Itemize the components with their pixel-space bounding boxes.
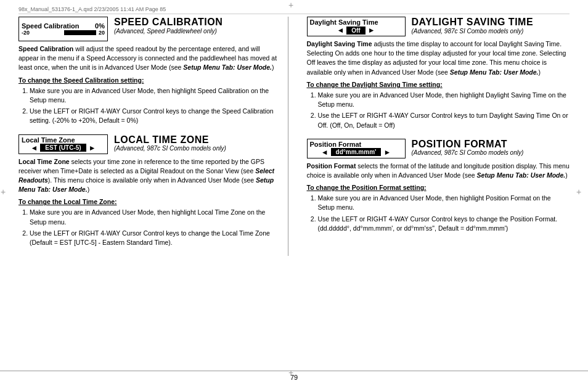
local-time-zone-label: Local Time Zone (22, 136, 75, 144)
daylight-saving-step1: Make sure you are in Advanced User Mode,… (318, 91, 570, 109)
speed-calibration-step1: Make sure you are in Advanced User Mode,… (30, 86, 282, 105)
local-time-zone-subtitle: (Advanced, 987c SI Combo models only) (114, 145, 282, 152)
daylight-saving-step2: Use the LEFT or RIGHT 4-WAY Cursor Contr… (318, 111, 570, 129)
speed-calibration-subtitle: (Advanced, Speed Paddlewheel only) (114, 28, 282, 35)
speed-calibration-title-area: SPEED CALIBRATION (Advanced, Speed Paddl… (114, 17, 282, 35)
daylight-saving-title-area: DAYLIGHT SAVING TIME (Advanced, 987c SI … (412, 17, 570, 35)
reg-mark-left (2, 189, 10, 197)
position-format-widget[interactable]: Position Format ◄ dd°mm.mmm' ► (307, 139, 406, 158)
left-column: Speed Calibration 0% -20 20 (18, 17, 288, 256)
daylight-saving-left-arrow[interactable]: ◄ (337, 26, 344, 35)
local-time-zone-header: Local Time Zone ◄ EST (UTC-5) ► LOCAL TI… (18, 134, 282, 154)
right-column: Daylight Saving Time ◄ Off ► DAYLIGHT SA… (301, 17, 570, 256)
daylight-saving-value-row: ◄ Off ► (337, 26, 375, 35)
local-time-zone-steps: Make sure you are in Advanced User Mode,… (30, 208, 282, 247)
position-format-section: Position Format ◄ dd°mm.mmm' ► POSITION … (307, 139, 570, 233)
local-time-zone-title: LOCAL TIME ZONE (114, 134, 282, 146)
position-format-left-arrow[interactable]: ◄ (321, 148, 329, 157)
page-number: 79 (290, 374, 298, 381)
speed-calibration-header: Speed Calibration 0% -20 20 (18, 17, 282, 41)
daylight-saving-right-arrow[interactable]: ► (368, 26, 375, 35)
reg-mark-right (578, 189, 586, 197)
daylight-saving-section: Daylight Saving Time ◄ Off ► DAYLIGHT SA… (307, 17, 570, 130)
speed-slider-row: -20 20 (22, 30, 105, 36)
daylight-saving-subtitle: (Advanced, 987c SI Combo models only) (412, 28, 570, 35)
position-format-value: dd°mm.mmm' (331, 148, 382, 156)
speed-calibration-section: Speed Calibration 0% -20 20 (18, 17, 282, 126)
daylight-saving-label: Daylight Saving Time (310, 18, 378, 26)
local-time-zone-change-heading: To change the Local Time Zone: (18, 198, 282, 205)
slider-track[interactable] (32, 30, 96, 35)
position-format-right-arrow[interactable]: ► (383, 148, 391, 157)
speed-calibration-label: Speed Calibration (22, 22, 80, 30)
local-time-zone-right-arrow[interactable]: ► (89, 144, 96, 152)
daylight-saving-value: Off (346, 27, 365, 35)
page: 98x_Manual_531376-1_A.qxd 2/23/2005 11:4… (0, 0, 588, 386)
slider-fill (32, 30, 64, 35)
local-time-zone-step1: Make sure you are in Advanced User Mode,… (30, 208, 282, 226)
local-time-zone-body: Local Time Zone selects your time zone i… (18, 157, 282, 195)
position-format-subtitle: (Advanced, 987c SI Combo models only) (412, 149, 570, 156)
speed-calibration-title: SPEED CALIBRATION (114, 17, 282, 28)
reg-mark-top (290, 2, 298, 10)
speed-calibration-steps: Make sure you are in Advanced User Mode,… (30, 86, 282, 126)
speed-calibration-body: Speed Calibration will adjust the speed … (18, 44, 282, 73)
local-time-zone-title-area: LOCAL TIME ZONE (Advanced, 987c SI Combo… (114, 134, 282, 152)
position-format-step2: Use the LEFT or RIGHT 4-WAY Cursor Contr… (318, 215, 570, 233)
position-format-header: Position Format ◄ dd°mm.mmm' ► POSITION … (307, 139, 570, 158)
slider-max: 20 (99, 30, 105, 36)
local-time-zone-step2: Use the LEFT or RIGHT 4-WAY Cursor Contr… (30, 229, 282, 247)
local-time-zone-value: EST (UTC-5) (40, 144, 86, 152)
daylight-saving-steps: Make sure you are in Advanced User Mode,… (318, 91, 570, 130)
position-format-steps: Make sure you are in Advanced User Mode,… (318, 194, 570, 233)
page-footer: 79 (0, 371, 588, 381)
daylight-saving-change-heading: To change the Daylight Saving Time setti… (307, 81, 570, 88)
local-time-zone-section: Local Time Zone ◄ EST (UTC-5) ► LOCAL TI… (18, 134, 282, 248)
daylight-saving-header: Daylight Saving Time ◄ Off ► DAYLIGHT SA… (307, 17, 570, 36)
position-format-value-row: ◄ dd°mm.mmm' ► (321, 148, 391, 157)
header-text: 98x_Manual_531376-1_A.qxd 2/23/2005 11:4… (18, 6, 166, 12)
daylight-saving-title: DAYLIGHT SAVING TIME (412, 17, 570, 28)
local-time-zone-value-row: ◄ EST (UTC-5) ► (30, 144, 96, 152)
local-time-zone-widget[interactable]: Local Time Zone ◄ EST (UTC-5) ► (18, 134, 108, 154)
speed-calibration-widget[interactable]: Speed Calibration 0% -20 20 (18, 17, 108, 41)
speed-calibration-change-heading: To change the Speed Calibration setting: (18, 76, 282, 84)
position-format-title-area: POSITION FORMAT (Advanced, 987c SI Combo… (412, 139, 570, 157)
daylight-saving-body: Daylight Saving Time adjusts the time di… (307, 39, 570, 77)
speed-calibration-value: 0% (95, 22, 105, 30)
daylight-saving-widget[interactable]: Daylight Saving Time ◄ Off ► (307, 17, 406, 36)
position-format-label: Position Format (310, 141, 362, 148)
local-time-zone-left-arrow[interactable]: ◄ (30, 144, 38, 152)
position-format-change-heading: To change the Position Format setting: (307, 184, 570, 191)
content-columns: Speed Calibration 0% -20 20 (18, 17, 570, 256)
speed-calibration-step2: Use the LEFT or RIGHT 4-WAY Cursor Contr… (30, 107, 282, 125)
position-format-body: Position Format selects the format of th… (307, 162, 570, 180)
position-format-step1: Make sure you are in Advanced User Mode,… (318, 194, 570, 212)
slider-min: -20 (22, 30, 30, 36)
position-format-title: POSITION FORMAT (412, 139, 570, 150)
